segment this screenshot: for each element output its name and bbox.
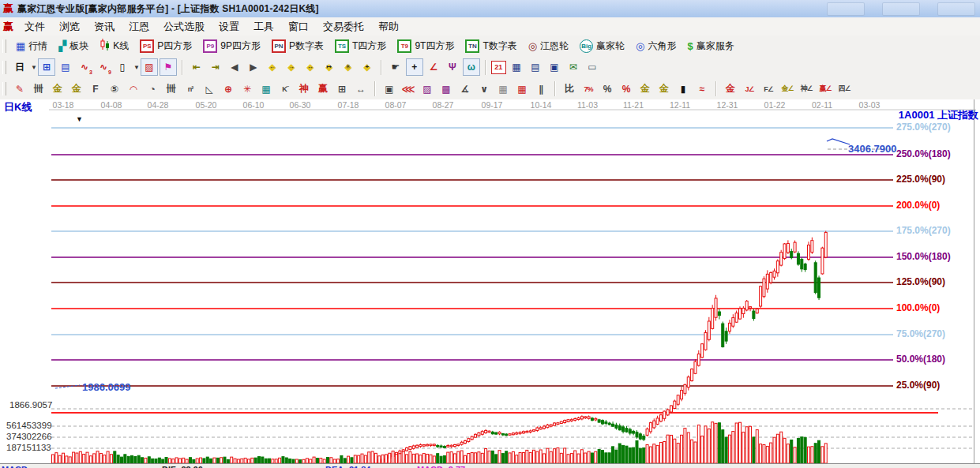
period-day-selector-caret-icon[interactable]: ▼: [31, 64, 37, 71]
gann-box-tool[interactable]: ▨: [419, 80, 436, 98]
menu-6[interactable]: 工具: [246, 18, 281, 36]
p9-square-button[interactable]: P99P四方形: [197, 39, 266, 53]
ying-grid-tool[interactable]: 赢: [314, 80, 332, 98]
grid-dots-tool[interactable]: ▦: [494, 80, 512, 98]
parallel-lines-tool[interactable]: ∥: [532, 80, 550, 98]
nav-prev-button[interactable]: ◀: [226, 58, 243, 76]
restore-button[interactable]: [882, 2, 920, 16]
compass-pen-tool[interactable]: ✎: [11, 80, 28, 98]
gann-grid-tool[interactable]: ▩: [437, 80, 455, 98]
gold-gann-tool[interactable]: 金: [68, 80, 85, 98]
crosshair-tool[interactable]: +: [406, 58, 423, 76]
wave-3-icon[interactable]: ∿3: [76, 58, 93, 76]
period-day-selector[interactable]: 日: [11, 58, 28, 76]
diamond-right-button[interactable]: ◆→: [283, 58, 300, 76]
percent-trend-tool[interactable]: 7%: [580, 80, 597, 98]
angle-shen-tool[interactable]: 神∠: [798, 80, 815, 98]
gold-gann-box-tool[interactable]: 金: [49, 80, 66, 98]
info-panel-icon[interactable]: ▤: [57, 58, 74, 76]
diamond-compress-button[interactable]: ◆↦: [321, 58, 338, 76]
single-candle-selector-caret-icon[interactable]: ▼: [133, 64, 140, 71]
wave-band-tool[interactable]: ≈: [693, 80, 711, 98]
hand-tool[interactable]: ☛: [387, 58, 404, 76]
wave-9-icon[interactable]: ∿9: [95, 58, 112, 76]
calendar-21-button[interactable]: 21: [491, 61, 506, 74]
menu-0[interactable]: 文件: [17, 18, 52, 36]
nav-next-button[interactable]: ▶: [245, 58, 262, 76]
printer-button[interactable]: ▭: [584, 58, 601, 76]
t-digit-button[interactable]: TNT数字表: [460, 39, 522, 53]
angle-si-tool[interactable]: 四∠: [835, 80, 853, 98]
angle-j-tool[interactable]: J∠: [741, 80, 758, 98]
gold-level-tool[interactable]: 金: [655, 80, 673, 98]
winner-service-button[interactable]: $赢家服务: [681, 39, 739, 53]
t9-square-button[interactable]: T99T四方形: [392, 39, 460, 53]
shen-grid-tool[interactable]: 神: [295, 80, 313, 98]
ruler-dense-tool[interactable]: 卌: [163, 80, 180, 98]
ratio-bars-tool[interactable]: 比: [561, 80, 578, 98]
menu-9[interactable]: 帮助: [371, 18, 406, 36]
single-candle-selector[interactable]: ▯: [114, 58, 131, 76]
candle-brush-tool[interactable]: ▮: [674, 80, 692, 98]
kline-chart-canvas[interactable]: 1986.06993406.79001866.90575614533993743…: [0, 99, 980, 463]
ruler-n2-tool[interactable]: n²: [182, 80, 199, 98]
web-mail-button[interactable]: ✉: [565, 58, 582, 76]
analysis-brain-tool[interactable]: ω: [463, 58, 480, 76]
multi-window-icon[interactable]: ⊞: [38, 58, 55, 76]
t-square-button[interactable]: TST四方形: [329, 39, 392, 53]
circle-360-tool[interactable]: ◔: [144, 80, 161, 98]
target-circle-tool[interactable]: ⊕: [220, 80, 237, 98]
trend-angle-tool[interactable]: ∡: [456, 80, 474, 98]
grid-123-tool[interactable]: ⊞: [333, 80, 351, 98]
diamond-expand-button[interactable]: ◆↔: [302, 58, 319, 76]
polyline-tool[interactable]: Ψ: [444, 58, 461, 76]
notebook-button[interactable]: ▤: [527, 58, 544, 76]
percent-lines-tool[interactable]: %: [618, 80, 635, 98]
ruler-scale-tool[interactable]: 卌: [30, 80, 47, 98]
minimize-button[interactable]: [827, 2, 865, 16]
percent-tool[interactable]: %: [599, 80, 616, 98]
angle-tool[interactable]: ∠: [425, 58, 442, 76]
menu-4[interactable]: 公式选股: [156, 18, 212, 36]
menu-3[interactable]: 江恩: [122, 18, 156, 36]
ruler-f-tool[interactable]: F: [87, 80, 104, 98]
menu-7[interactable]: 窗口: [281, 18, 316, 36]
box-measure-tool[interactable]: ▣: [381, 80, 398, 98]
pattern-frame-icon[interactable]: ▨: [141, 58, 158, 76]
nav-first-button[interactable]: ⇤: [188, 58, 205, 76]
profile-flag-icon[interactable]: ⚑: [160, 58, 177, 76]
zigzag-tool[interactable]: ∨: [475, 80, 493, 98]
compass-arc-tool[interactable]: ◠: [125, 80, 142, 98]
angle-mirror-tool[interactable]: ◺: [201, 80, 218, 98]
diamond-cross-button[interactable]: ◆+: [359, 58, 376, 76]
nav-last-button[interactable]: ⇥: [207, 58, 224, 76]
calculator-button[interactable]: ▦: [508, 58, 525, 76]
menu-8[interactable]: 交易委托: [316, 18, 371, 36]
diamond-left-button[interactable]: ◆←: [264, 58, 281, 76]
p-square-button[interactable]: PSP四方形: [134, 39, 197, 53]
angle-gold-tool[interactable]: 金∠: [779, 80, 796, 98]
angle-f-tool[interactable]: F∠: [760, 80, 777, 98]
hexagon-button[interactable]: ◎六角形: [630, 39, 681, 53]
menu-2[interactable]: 资讯: [87, 18, 122, 36]
close-button[interactable]: [937, 2, 975, 16]
grid-frame-tool[interactable]: ▦: [513, 80, 531, 98]
quotes-button[interactable]: ▦行情: [10, 39, 53, 53]
kline-button[interactable]: K线: [94, 39, 134, 53]
gann-fan-tool[interactable]: ⋘: [400, 80, 417, 98]
width-measure-tool[interactable]: ↔: [352, 80, 370, 98]
save-button[interactable]: ▣: [546, 58, 563, 76]
winner-wheel-button[interactable]: Big赢家轮: [574, 39, 630, 53]
gann-wheel-button[interactable]: ◎江恩轮: [523, 39, 574, 53]
gold-underline-tool[interactable]: 金: [722, 80, 739, 98]
diamond-star-button[interactable]: ◆✳: [340, 58, 357, 76]
gold-circle-tool[interactable]: 金: [636, 80, 654, 98]
grid-box-teal-tool[interactable]: ▦: [257, 80, 275, 98]
menu-1[interactable]: 浏览: [52, 18, 87, 36]
p-digit-button[interactable]: PNP数字表: [266, 39, 329, 53]
spiral-5-tool[interactable]: ⑤: [106, 80, 123, 98]
menu-5[interactable]: 设置: [212, 18, 246, 36]
starburst-tool[interactable]: ✳: [238, 80, 256, 98]
angle-ying-tool[interactable]: 赢∠: [817, 80, 834, 98]
sectors-button[interactable]: ▞板块: [53, 39, 94, 53]
